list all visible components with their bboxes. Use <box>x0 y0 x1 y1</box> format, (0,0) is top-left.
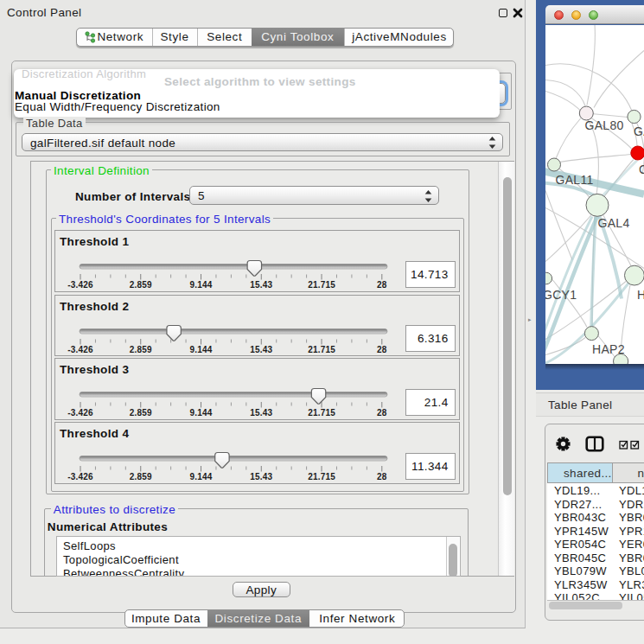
svg-text:15.43: 15.43 <box>250 472 272 481</box>
svg-text:-3.426: -3.426 <box>67 280 93 290</box>
svg-text:CY: CY <box>639 162 644 175</box>
svg-text:GAL80: GAL80 <box>585 118 624 132</box>
svg-text:21.715: 21.715 <box>308 408 335 418</box>
svg-text:28: 28 <box>377 472 387 481</box>
svg-text:9.144: 9.144 <box>190 472 213 481</box>
svg-text:HAP2: HAP2 <box>592 342 625 356</box>
svg-text:9.144: 9.144 <box>190 408 213 418</box>
svg-text:21.715: 21.715 <box>308 472 335 481</box>
svg-text:2.859: 2.859 <box>130 472 152 481</box>
svg-text:9.144: 9.144 <box>190 345 213 354</box>
svg-text:15.43: 15.43 <box>250 408 272 418</box>
svg-text:H: H <box>637 288 644 302</box>
svg-text:21.715: 21.715 <box>308 280 335 290</box>
svg-text:9.144: 9.144 <box>190 280 213 290</box>
svg-text:15.43: 15.43 <box>250 280 272 290</box>
svg-text:28: 28 <box>377 408 387 418</box>
svg-text:2.859: 2.859 <box>130 408 152 418</box>
svg-text:15.43: 15.43 <box>250 345 272 354</box>
svg-text:-3.426: -3.426 <box>67 472 93 481</box>
svg-text:28: 28 <box>377 280 387 290</box>
svg-text:GAL4: GAL4 <box>598 216 630 230</box>
svg-text:GCY1: GCY1 <box>545 288 577 302</box>
svg-text:GAL11: GAL11 <box>556 173 594 187</box>
svg-text:2.859: 2.859 <box>130 280 152 290</box>
svg-text:21.715: 21.715 <box>308 345 335 354</box>
svg-text:-3.426: -3.426 <box>67 345 93 354</box>
svg-text:GA: GA <box>634 124 644 138</box>
svg-text:28: 28 <box>377 345 387 354</box>
svg-text:-3.426: -3.426 <box>67 408 93 418</box>
svg-text:2.859: 2.859 <box>130 345 152 354</box>
